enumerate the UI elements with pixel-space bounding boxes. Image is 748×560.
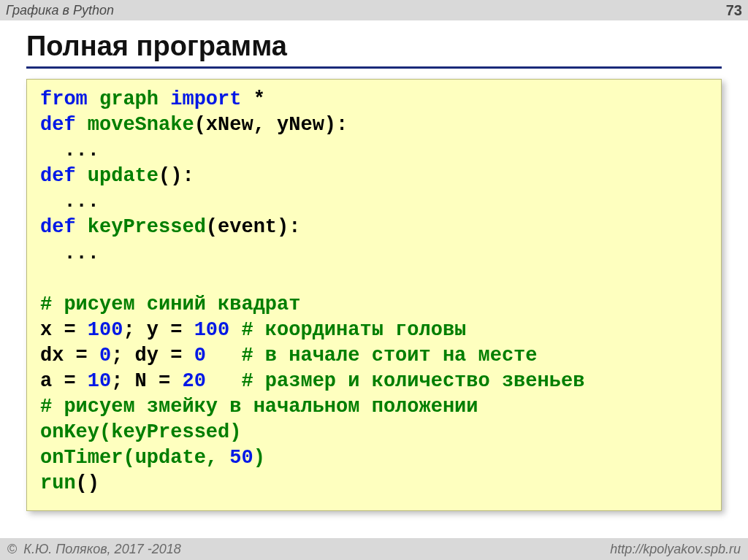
run-parens: ()	[76, 472, 99, 494]
assign-n: ; N =	[111, 370, 182, 392]
page-number: 73	[726, 2, 742, 19]
num-10: 10	[88, 370, 111, 392]
fn-keypressed-args: (event):	[206, 216, 301, 238]
comment-2: # координаты головы	[229, 319, 466, 341]
num-50: 50	[229, 447, 253, 469]
slide-title: Полная программа	[26, 31, 722, 69]
assign-x: x =	[40, 319, 88, 341]
call-onkey: onKey(	[40, 421, 111, 443]
slide-body: Полная программа from graph import * def…	[0, 20, 748, 511]
fn-movesnake: moveSnake	[76, 114, 194, 136]
num-100b: 100	[194, 319, 230, 341]
comment-1: # рисуем синий квадрат	[40, 294, 300, 315]
assign-y: ; y =	[123, 319, 194, 341]
comment-5: # рисуем змейку в начальном положении	[40, 396, 478, 418]
author-text: К.Ю. Поляков, 2017 -2018	[20, 542, 180, 556]
num-20: 20	[182, 370, 205, 392]
kw-def-2: def	[40, 165, 76, 187]
num-100a: 100	[88, 319, 123, 341]
close-ontimer: )	[253, 447, 265, 469]
ellipsis-1: ...	[40, 139, 99, 161]
call-ontimer: onTimer(	[40, 447, 135, 469]
kw-def-3: def	[40, 216, 76, 238]
kw-import: import	[170, 88, 241, 110]
comma: ,	[206, 447, 229, 469]
assign-dy: ; dy =	[111, 345, 194, 367]
copyright-icon: ©	[7, 542, 17, 556]
num-0b: 0	[194, 345, 206, 367]
footer-url: http://kpolyakov.spb.ru	[610, 542, 741, 557]
kw-def-1: def	[40, 114, 76, 136]
kw-from: from	[40, 88, 88, 110]
header-title: Графика в Python	[6, 3, 114, 18]
arg-update: update	[135, 447, 206, 469]
ellipsis-2: ...	[40, 191, 99, 212]
assign-dx: dx =	[40, 345, 99, 367]
footer-author: © К.Ю. Поляков, 2017 -2018	[7, 542, 181, 557]
fn-movesnake-args: (xNew, yNew):	[194, 114, 348, 136]
arg-keypressed: keyPressed	[111, 421, 229, 443]
header-bar: Графика в Python 73	[0, 0, 748, 20]
close-onkey: )	[229, 421, 241, 443]
num-0a: 0	[99, 345, 111, 367]
call-run: run	[40, 472, 76, 494]
comment-4: # размер и количество звеньев	[206, 370, 584, 392]
assign-a: a =	[40, 370, 88, 392]
fn-update: update	[76, 165, 159, 187]
star: *	[241, 88, 264, 110]
comment-3: # в начале стоит на месте	[206, 345, 538, 367]
fn-keypressed: keyPressed	[76, 216, 206, 238]
code-box: from graph import * def moveSnake(xNew, …	[26, 79, 722, 511]
mod-graph: graph	[88, 88, 170, 110]
footer-bar: © К.Ю. Поляков, 2017 -2018 http://kpolya…	[0, 538, 748, 560]
ellipsis-3: ...	[40, 242, 99, 264]
fn-update-args: ():	[159, 165, 194, 187]
